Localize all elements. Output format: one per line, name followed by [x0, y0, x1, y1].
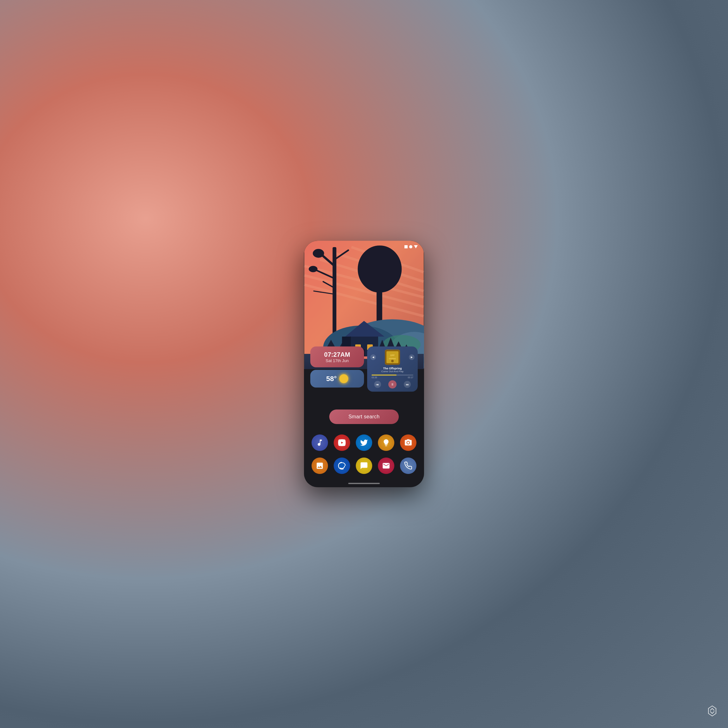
- music-nav-left[interactable]: ◀: [370, 354, 376, 360]
- progress-bar-bg: [372, 375, 413, 375]
- temperature-display: 58°: [326, 375, 336, 382]
- status-icon-triangle: [414, 245, 418, 248]
- svg-text:OFF: OFF: [390, 354, 395, 356]
- phone-frame: 07:27AM Sat 17th Jun 58° ◀ OFF SPRING: [304, 241, 424, 487]
- date-display: Sat 17th Jun: [315, 358, 359, 363]
- album-art: OFF SPRING: [385, 349, 400, 365]
- app-icon-bulb[interactable]: [378, 434, 394, 451]
- svg-point-16: [309, 266, 318, 272]
- music-widget[interactable]: ◀ OFF SPRING ▶ The Offspring Come Out An…: [367, 346, 418, 392]
- next-button[interactable]: ⏭: [404, 381, 411, 388]
- time-display: 07:27AM: [315, 351, 359, 358]
- app-icon-edge[interactable]: [334, 457, 350, 474]
- status-icon-square: [404, 245, 408, 248]
- app-icon-phone[interactable]: [400, 457, 416, 474]
- app-icon-gallery[interactable]: [312, 457, 328, 474]
- time-current: 02:20: [372, 376, 377, 378]
- app-icon-camera[interactable]: [400, 434, 416, 451]
- app-icon-youtube[interactable]: [334, 434, 350, 451]
- app-icon-messages[interactable]: [356, 457, 372, 474]
- progress-times: 02:20 03:17: [372, 376, 413, 378]
- smart-search-button[interactable]: Smart search: [329, 410, 399, 424]
- music-track: The Offspring: [370, 367, 414, 370]
- app-row-1: [304, 434, 424, 451]
- widgets-area: 07:27AM Sat 17th Jun 58° ◀ OFF SPRING: [304, 346, 424, 392]
- home-indicator: [348, 483, 380, 484]
- pause-button[interactable]: ⏸: [388, 380, 396, 388]
- music-nav-right[interactable]: ▶: [409, 354, 414, 360]
- svg-point-15: [313, 249, 324, 258]
- datetime-weather-column: 07:27AM Sat 17th Jun 58°: [310, 346, 364, 392]
- time-widget[interactable]: 07:27AM Sat 17th Jun: [310, 346, 364, 367]
- sun-icon: [340, 374, 348, 383]
- watermark: [706, 705, 719, 719]
- music-top-bar: ◀ OFF SPRING ▶: [370, 349, 414, 365]
- music-controls: ⏮ ⏸ ⏭: [370, 380, 414, 388]
- svg-point-43: [391, 359, 394, 362]
- app-icon-twitter[interactable]: [356, 434, 372, 451]
- svg-rect-14: [377, 269, 382, 326]
- svg-text:SPRING: SPRING: [388, 357, 396, 359]
- weather-widget[interactable]: 58°: [310, 370, 364, 387]
- music-progress-area: 02:20 03:17: [370, 375, 414, 378]
- music-song: Come Out And Play: [370, 370, 414, 373]
- status-bar: [404, 245, 418, 248]
- app-icon-mail[interactable]: [378, 457, 394, 474]
- progress-bar-fill: [372, 375, 396, 375]
- app-icon-music[interactable]: [312, 434, 328, 451]
- music-info: The Offspring Come Out And Play: [370, 367, 414, 373]
- app-row-2: [304, 457, 424, 474]
- time-total: 03:17: [408, 376, 413, 378]
- prev-button[interactable]: ⏮: [374, 381, 381, 388]
- status-icon-circle: [409, 245, 412, 248]
